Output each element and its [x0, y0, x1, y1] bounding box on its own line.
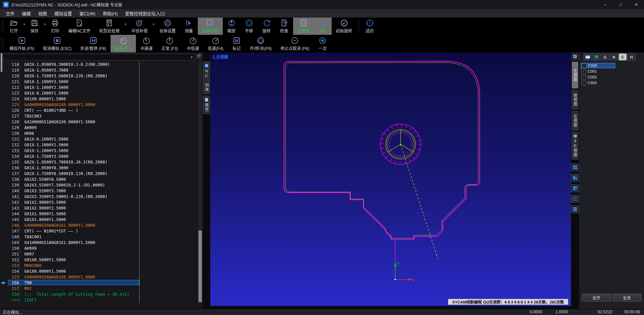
- nc-line-row[interactable]: 154G01X0.0000Y1.5000: [0, 268, 198, 274]
- nc-line-row[interactable]: 151H007: [0, 251, 198, 257]
- maximize-button[interactable]: □: [613, 0, 628, 9]
- nc-line-row[interactable]: 126CRT( —— N1001*3RD —— ): [0, 107, 198, 113]
- nc-line-row[interactable]: 145G01X1.8000Y1.5000: [0, 217, 198, 222]
- nc-line-row[interactable]: 119G01X-1.9500Y3.7000: [0, 67, 198, 73]
- nc-line-row[interactable]: 148T84C001: [0, 234, 198, 240]
- nc-line-row[interactable]: 124G01X0.0000Y1.5000: [0, 96, 198, 102]
- zoom-button[interactable]: 缩放: [223, 18, 240, 35]
- close-button[interactable]: ✕: [628, 0, 644, 9]
- dropdown-caret-icon[interactable]: ▾: [43, 22, 46, 26]
- viewport-layout-1-button[interactable]: [571, 163, 579, 171]
- menu-item-edit-menu[interactable]: 编辑: [18, 10, 34, 17]
- toolbar-grip[interactable]: [1, 20, 3, 32]
- sim-cancel-button[interactable]: 取消模拟 (ESC): [39, 35, 76, 52]
- viewport-layout-5-button[interactable]: [571, 205, 579, 213]
- nc-line-row[interactable]: 157M02: [0, 286, 198, 291]
- n-filter-button[interactable]: N: [610, 53, 618, 60]
- edit-nc-file-button[interactable]: 编辑NC文件: [64, 18, 95, 35]
- nc-line-row[interactable]: 129AH999: [0, 125, 198, 130]
- fit-button[interactable]: 适应: [361, 18, 379, 35]
- nc-line-row[interactable]: 135G02X-1.9500Y3.7000I0.J0.2(R0.2000): [0, 159, 198, 165]
- nc-line-row[interactable]: 137G02X-1.7500Y8.5000I0.2J0.(R0.2000): [0, 171, 198, 176]
- nc-line-row[interactable]: 123G01X-0.1000Y1.5000: [0, 90, 198, 96]
- rotate-button[interactable]: 旋转: [258, 18, 276, 35]
- tab-nc-list[interactable]: NC 列表: [203, 62, 210, 94]
- sim-start-button[interactable]: 模拟开始 (F5): [5, 35, 39, 52]
- nc-line-row[interactable]: 150AH999: [0, 245, 198, 251]
- on-stop-off-button[interactable]: 开/停/关(F9): [245, 35, 276, 52]
- nc-line-row[interactable]: 138G01X2.5500Y8.5000: [0, 176, 198, 182]
- nc-line-row[interactable]: 146G40H000G50A0G01X1.8000Y1.0000: [0, 222, 198, 228]
- nc-line-row[interactable]: 120G03X-1.7500Y3.5000I0.2J0.(R0.2000): [0, 73, 198, 79]
- nc-line-row[interactable]: 144G01X1.9000Y1.5000: [0, 211, 198, 217]
- dropdown-caret-icon[interactable]: ▾: [124, 22, 127, 26]
- h-filter-button[interactable]: H: [627, 53, 636, 60]
- nc-line-row[interactable]: 130H006: [0, 130, 198, 136]
- dropdown-caret-icon[interactable]: ▾: [152, 22, 155, 26]
- viewport-display-button[interactable]: [583, 53, 592, 60]
- nc-line-row[interactable]: 147CRT( —— N1001*CUT —— ): [0, 228, 198, 234]
- layer-row-C001[interactable]: ✓C001: [581, 69, 615, 74]
- nc-line-row[interactable]: 132G01X-1.1000Y2.5000: [0, 142, 198, 148]
- speed-medlow-button[interactable]: 中低速: [183, 35, 204, 52]
- tab-report[interactable]: 报告: [203, 96, 210, 114]
- all-on-button[interactable]: 全开: [582, 294, 611, 301]
- radius-comp-button[interactable]: 半径补偿: [127, 18, 152, 35]
- all-off-button[interactable]: 全关: [612, 294, 641, 301]
- nc-line-row[interactable]: 127T85C903: [0, 113, 198, 119]
- measure-button[interactable]: 测量: [180, 18, 198, 35]
- nc-line-row[interactable]: 143G01X2.9000Y2.5000: [0, 205, 198, 211]
- layer-row-C000[interactable]: ✓C000: [581, 63, 615, 68]
- nc-line-row[interactable]: 122G01X-1.1000Y2.5000: [0, 84, 198, 90]
- filter-button[interactable]: 过滤器: [293, 18, 314, 35]
- nc-line-row[interactable]: 131G01X-0.1000Y1.5000: [0, 136, 198, 142]
- open-button[interactable]: 打开: [5, 18, 23, 35]
- menu-item-file-menu[interactable]: 文件: [2, 10, 18, 17]
- tab-3d-view[interactable]: 3D视图: [572, 132, 578, 160]
- menu-item-window-menu[interactable]: 窗口(W): [76, 10, 99, 17]
- layer-checkbox[interactable]: ✓: [581, 75, 586, 79]
- machine-post-button[interactable]: 机型后处理: [95, 18, 124, 35]
- nc-line-row[interactable]: >>>[EOF]: [0, 297, 198, 303]
- mark-button[interactable]: M标记: [228, 35, 245, 52]
- search-go-button[interactable]: [196, 53, 203, 60]
- nc-line-row[interactable]: 158(;; Total Length Of Cutting Feed = 30…: [0, 291, 198, 297]
- nc-line-row[interactable]: 152G01X0.5000Y1.5000: [0, 257, 198, 263]
- speed-medhigh-button[interactable]: 中高速: [136, 35, 157, 52]
- nc-line-row[interactable]: 118G03X-1.9500Y8.3000I0.J-0.2(R0.2000): [0, 62, 198, 67]
- stop-point-cancel-button[interactable]: 停止点取消 (F6): [276, 35, 313, 52]
- toolbar-grip[interactable]: [1, 38, 3, 50]
- tab-front-view[interactable]: 前视图: [572, 90, 578, 110]
- layer-row-C903[interactable]: ✓C903: [581, 80, 615, 86]
- pick-analyze-button[interactable]: 选取分析: [198, 18, 223, 35]
- layer-checkbox[interactable]: ✓: [582, 64, 586, 68]
- menu-item-help-menu[interactable]: 帮助(H): [99, 10, 121, 17]
- init-rotate-button[interactable]: 初始旋转: [332, 18, 357, 35]
- menu-item-forum-link-menu[interactable]: 爱数控线割论坛入口:: [121, 10, 170, 17]
- dropdown-caret-icon[interactable]: ▾: [23, 22, 26, 26]
- nc-line-row[interactable]: 128G41H000G51A0G01X0.0000Y1.5000: [0, 119, 198, 125]
- nc-list-scrollbar[interactable]: [198, 62, 202, 303]
- nc-line-row[interactable]: 134G01X-1.7500Y3.5000: [0, 153, 198, 159]
- pan-button[interactable]: 平移: [240, 18, 258, 35]
- nc-line-row[interactable]: 133G01X-1.1000Y3.5000: [0, 148, 198, 153]
- menu-item-view-menu[interactable]: 视图: [34, 10, 51, 17]
- view-strip-tool-button[interactable]: [571, 53, 579, 60]
- nc-search-input[interactable]: [4, 55, 190, 59]
- scrollbar-thumb[interactable]: [198, 231, 202, 302]
- nc-line-row[interactable]: 136G01X-1.9500Y8.3000: [0, 165, 198, 171]
- graphics-viewport[interactable]: Y X 1.主视图 XYCAM线割编程 QQ交流群：6 8 3 9 8 8 1 …: [210, 52, 571, 306]
- save-button[interactable]: 保存: [26, 18, 43, 35]
- nc-line-row[interactable]: 141G02X3.3500Y3.5000I-0.2J0.(R0.2000): [0, 194, 198, 199]
- layers-button[interactable]: [592, 53, 600, 60]
- step-pause-button[interactable]: 步进/暂停 (F8): [76, 35, 111, 52]
- nc-line-row[interactable]: 149G41H000G51A0G01X1.8000Y1.5000: [0, 240, 198, 245]
- nc-line-row[interactable]: 153M00C000: [0, 263, 198, 268]
- speed-low-button[interactable]: 低速(F4): [204, 35, 228, 52]
- menu-item-sim-settings-menu[interactable]: 模拟设置: [51, 10, 76, 17]
- nc-line-row[interactable]: 139G02X3.5500Y7.5000I0.J-1.(R1.0000): [0, 182, 198, 188]
- viewport-layout-2-button[interactable]: [571, 174, 579, 182]
- nc-line-row[interactable]: 156T90: [0, 280, 198, 286]
- viewport-layout-4-button[interactable]: [571, 195, 579, 203]
- combo-dropdown-icon[interactable]: ▼: [190, 55, 195, 59]
